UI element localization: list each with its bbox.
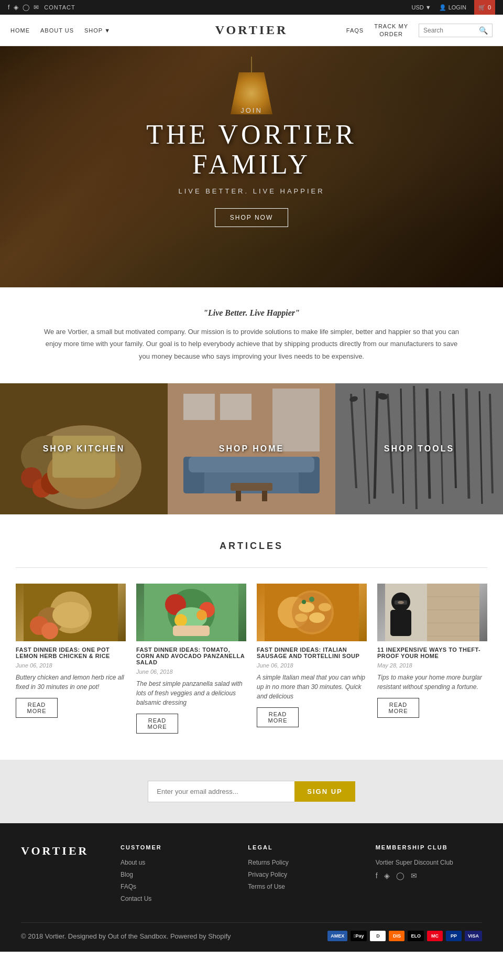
login-label: LOGIN <box>449 4 466 10</box>
email-icon[interactable]: ✉ <box>34 4 39 11</box>
payment-amex: AMEX <box>327 931 347 941</box>
cart-button[interactable]: 🛒 0 <box>474 0 495 15</box>
hero-section: JOIN THE VORTIER FAMILY LIVE BETTER. LIV… <box>0 46 503 287</box>
payment-paypal: PP <box>446 931 462 941</box>
nav-right: FAQs TRACK MYORDER 🔍 <box>346 23 493 38</box>
newsletter-signup-button[interactable]: SIGN UP <box>294 781 355 802</box>
hero-title: THE VORTIER FAMILY <box>146 120 356 179</box>
read-more-button-1[interactable]: READ MORE <box>16 698 58 718</box>
footer: VORTIER CUSTOMER About us Blog FAQs Cont… <box>0 823 503 952</box>
svg-point-61 <box>302 600 306 604</box>
footer-top: VORTIER CUSTOMER About us Blog FAQs Cont… <box>21 844 482 907</box>
svg-point-42 <box>41 622 58 639</box>
article-date-1: June 06, 2018 <box>16 662 126 669</box>
footer-link-terms[interactable]: Terms of Use <box>248 883 285 890</box>
articles-grid: FAST DINNER IDEAS: ONE POT LEMON HERB CH… <box>16 584 487 734</box>
login-button[interactable]: 👤 LOGIN <box>439 4 466 11</box>
footer-facebook-icon[interactable]: f <box>376 871 378 880</box>
hero-content: JOIN THE VORTIER FAMILY LIVE BETTER. LIV… <box>146 106 356 227</box>
footer-link-faqs[interactable]: FAQs <box>121 883 136 890</box>
site-logo[interactable]: VORTIER <box>215 23 288 37</box>
read-more-button-3[interactable]: READ MORE <box>257 707 299 727</box>
svg-point-57 <box>309 612 325 623</box>
facebook-icon[interactable]: f <box>8 4 9 11</box>
hero-shop-button[interactable]: SHOP NOW <box>215 208 288 227</box>
footer-link-privacy[interactable]: Privacy Policy <box>248 871 287 878</box>
articles-section: ARTICLES FAST DINNER IDEAS: ONE POT LEMO… <box>0 514 503 760</box>
instagram-icon[interactable]: ◯ <box>23 4 29 11</box>
article-card-2: FAST DINNER IDEAS: TOMATO, CORN AND AVOC… <box>136 584 246 734</box>
hero-title-line1: THE VORTIER <box>146 120 356 149</box>
article-image-2 <box>136 584 246 641</box>
footer-pinterest-icon[interactable]: ◈ <box>384 871 390 880</box>
payment-visa: VISA <box>465 931 482 941</box>
category-home[interactable]: SHOP HOME <box>168 383 335 514</box>
svg-point-56 <box>299 602 314 612</box>
category-kitchen[interactable]: SHOP KITCHEN <box>0 383 168 514</box>
currency-selector[interactable]: USD ▼ <box>412 4 431 10</box>
article-card-4: 11 INEXPENSIVE WAYS TO THEFT-PROOF YOUR … <box>377 584 487 734</box>
footer-social: f ◈ ◯ ✉ <box>376 871 482 880</box>
footer-link-blog[interactable]: Blog <box>121 871 133 878</box>
search-button[interactable]: 🔍 <box>479 26 488 35</box>
payment-discover: DIS <box>389 931 404 941</box>
footer-link-returns[interactable]: Returns Policy <box>248 859 288 866</box>
newsletter-email-input[interactable] <box>148 781 294 802</box>
footer-logo[interactable]: VORTIER <box>21 844 100 858</box>
article-image-4 <box>377 584 487 641</box>
article-desc-4: Tips to make your home more burglar resi… <box>377 673 487 692</box>
kitchen-bg: SHOP KITCHEN <box>0 383 168 514</box>
article-card-3: FAST DINNER IDEAS: ITALIAN SAUSAGE AND T… <box>257 584 367 734</box>
tools-bg: SHOP TOOLS <box>335 383 503 514</box>
hero-title-line2: FAMILY <box>192 149 311 179</box>
footer-email-icon[interactable]: ✉ <box>411 871 417 880</box>
nav-faqs[interactable]: FAQs <box>346 27 364 34</box>
footer-membership-heading: MEMBERSHIP CLUB <box>376 844 482 850</box>
footer-bottom: © 2018 Vortier. Designed by Out of the S… <box>21 922 482 941</box>
svg-point-49 <box>174 614 187 627</box>
footer-brand: VORTIER <box>21 844 100 907</box>
read-more-button-4[interactable]: READ MORE <box>377 698 419 718</box>
article-title-4: 11 INEXPENSIVE WAYS TO THEFT-PROOF YOUR … <box>377 647 487 659</box>
footer-customer-heading: CUSTOMER <box>121 844 227 850</box>
about-section: "Live Better. Live Happier" We are Vorti… <box>0 287 503 383</box>
payment-elo: ELO <box>408 931 424 941</box>
article-date-3: June 06, 2018 <box>257 662 367 669</box>
cart-icon: 🛒 <box>478 4 486 11</box>
footer-link-about[interactable]: About us <box>121 859 145 866</box>
nav-about[interactable]: ABOUT US <box>40 27 74 34</box>
cart-count: 0 <box>488 4 491 10</box>
nav-home[interactable]: HOME <box>10 27 30 34</box>
salad-img-svg <box>136 584 246 641</box>
contact-link[interactable]: CONTACT <box>44 4 75 10</box>
read-more-button-2[interactable]: READ MORE <box>136 714 178 734</box>
search-input[interactable] <box>423 27 476 34</box>
hero-subtitle: LIVE BETTER. LIVE HAPPIER <box>146 187 356 195</box>
footer-membership-links: Vortier Super Discount Club <box>376 858 482 866</box>
article-title-1: FAST DINNER IDEAS: ONE POT LEMON HERB CH… <box>16 647 126 659</box>
svg-point-58 <box>295 613 308 622</box>
footer-membership-col: MEMBERSHIP CLUB Vortier Super Discount C… <box>376 844 482 907</box>
article-title-2: FAST DINNER IDEAS: TOMATO, CORN AND AVOC… <box>136 647 246 665</box>
lamp-cord <box>251 57 252 72</box>
articles-title: ARTICLES <box>16 541 487 552</box>
nav-track[interactable]: TRACK MYORDER <box>374 23 408 38</box>
footer-instagram-icon[interactable]: ◯ <box>396 871 404 880</box>
category-tools[interactable]: SHOP TOOLS <box>335 383 503 514</box>
currency-label: USD <box>412 4 424 10</box>
svg-rect-63 <box>427 584 479 641</box>
articles-divider <box>16 567 487 568</box>
currency-chevron: ▼ <box>425 4 431 10</box>
footer-link-contact[interactable]: Contact Us <box>121 895 151 902</box>
top-bar: f ◈ ◯ ✉ CONTACT USD ▼ 👤 LOGIN 🛒 0 <box>0 0 503 15</box>
article-title-3: FAST DINNER IDEAS: ITALIAN SAUSAGE AND T… <box>257 647 367 659</box>
svg-point-71 <box>398 601 404 604</box>
main-nav: HOME ABOUT US SHOP ▼ VORTIER FAQs TRACK … <box>0 15 503 46</box>
nav-shop[interactable]: SHOP ▼ <box>84 27 111 34</box>
article-image-3 <box>257 584 367 641</box>
home-bg: SHOP HOME <box>168 383 335 514</box>
shop-chevron: ▼ <box>104 27 111 34</box>
top-bar-left: f ◈ ◯ ✉ CONTACT <box>8 4 75 11</box>
footer-link-membership[interactable]: Vortier Super Discount Club <box>376 859 453 866</box>
pinterest-icon[interactable]: ◈ <box>14 4 18 11</box>
